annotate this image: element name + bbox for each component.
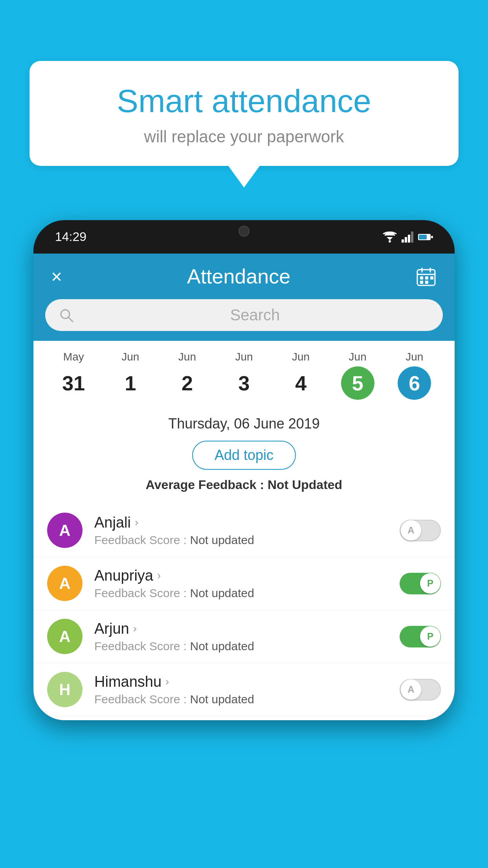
list-item[interactable]: AArjun ›Feedback Score : Not updatedP xyxy=(33,610,455,663)
chevron-icon: › xyxy=(135,516,138,529)
speech-bubble-title: Smart attendance xyxy=(53,83,435,120)
toggle-switch[interactable]: A xyxy=(400,679,441,701)
calendar-month-label: May xyxy=(45,351,102,363)
search-bar[interactable]: Search xyxy=(45,299,443,331)
svg-rect-4 xyxy=(408,235,410,243)
calendar-month-label: Jun xyxy=(159,351,216,363)
student-name: Arjun › xyxy=(94,620,400,637)
toggle-switch[interactable]: A xyxy=(400,520,441,541)
svg-point-1 xyxy=(389,240,391,243)
calendar-date-number[interactable]: 1 xyxy=(114,366,147,400)
student-info: Himanshu ›Feedback Score : Not updated xyxy=(94,673,400,706)
avatar: A xyxy=(47,619,83,654)
app-header: × Attendance xyxy=(33,254,455,299)
calendar-month-label: Jun xyxy=(329,351,386,363)
svg-rect-17 xyxy=(425,281,428,284)
calendar-date-number[interactable]: 5 xyxy=(341,366,374,400)
calendar-month-label: Jun xyxy=(216,351,273,363)
student-list: AAnjali ›Feedback Score : Not updatedAAA… xyxy=(33,500,455,720)
toggle-knob: P xyxy=(420,626,440,647)
chevron-icon: › xyxy=(133,622,137,635)
svg-line-19 xyxy=(68,317,73,322)
list-item[interactable]: AAnupriya ›Feedback Score : Not updatedP xyxy=(33,557,455,610)
avatar: H xyxy=(47,672,83,707)
calendar-date-number[interactable]: 3 xyxy=(227,366,261,400)
student-info: Arjun ›Feedback Score : Not updated xyxy=(94,620,400,653)
phone-notch xyxy=(220,220,268,242)
add-topic-button[interactable]: Add topic xyxy=(192,441,296,470)
svg-rect-14 xyxy=(425,276,428,280)
avatar: A xyxy=(47,566,83,601)
search-icon xyxy=(59,308,74,323)
svg-rect-13 xyxy=(420,276,423,280)
svg-marker-0 xyxy=(387,237,393,240)
student-name: Anupriya › xyxy=(94,567,400,584)
svg-rect-2 xyxy=(402,239,404,243)
student-name: Himanshu › xyxy=(94,673,400,690)
signal-icon xyxy=(402,232,413,243)
chevron-icon: › xyxy=(157,569,161,582)
toggle-knob: P xyxy=(420,573,440,594)
student-feedback-score: Feedback Score : Not updated xyxy=(94,533,400,547)
toggle-switch[interactable]: P xyxy=(400,573,441,594)
selected-date-label: Thursday, 06 June 2019 xyxy=(45,416,443,432)
attendance-toggle[interactable]: A xyxy=(400,679,441,701)
speech-bubble-subtitle: will replace your paperwork xyxy=(53,127,435,146)
speech-bubble-section: Smart attendance will replace your paper… xyxy=(29,61,459,188)
svg-rect-15 xyxy=(430,276,433,280)
calendar-day[interactable]: Jun3 xyxy=(216,351,273,400)
svg-rect-16 xyxy=(420,281,423,284)
calendar-date-number[interactable]: 6 xyxy=(398,366,431,400)
speech-bubble: Smart attendance will replace your paper… xyxy=(29,61,459,166)
search-bar-container: Search xyxy=(33,299,455,341)
student-feedback-score: Feedback Score : Not updated xyxy=(94,693,400,706)
calendar-row: May31Jun1Jun2Jun3Jun4Jun5Jun6 xyxy=(33,341,455,404)
calendar-day[interactable]: May31 xyxy=(45,351,102,400)
calendar-date-number[interactable]: 4 xyxy=(284,366,317,400)
svg-rect-7 xyxy=(431,236,433,238)
student-name: Anjali › xyxy=(94,514,400,531)
student-info: Anjali ›Feedback Score : Not updated xyxy=(94,514,400,547)
wifi-icon xyxy=(383,232,397,243)
search-placeholder: Search xyxy=(81,306,429,324)
calendar-day[interactable]: Jun4 xyxy=(272,351,329,400)
list-item[interactable]: AAnjali ›Feedback Score : Not updatedA xyxy=(33,504,455,557)
student-feedback-score: Feedback Score : Not updated xyxy=(94,587,400,600)
svg-rect-5 xyxy=(411,232,413,243)
selected-date-section: Thursday, 06 June 2019 Add topic Average… xyxy=(33,404,455,500)
front-camera xyxy=(238,226,250,237)
battery-icon xyxy=(418,233,433,241)
status-bar: 14:29 xyxy=(33,220,455,254)
average-feedback: Average Feedback : Not Updated xyxy=(45,478,443,492)
list-item[interactable]: HHimanshu ›Feedback Score : Not updatedA xyxy=(33,663,455,716)
phone-container: 14:29 xyxy=(33,220,455,720)
svg-rect-3 xyxy=(405,237,407,243)
attendance-toggle[interactable]: A xyxy=(400,520,441,541)
student-info: Anupriya ›Feedback Score : Not updated xyxy=(94,567,400,600)
phone-frame: 14:29 xyxy=(33,220,455,720)
header-title: Attendance xyxy=(187,265,290,288)
attendance-toggle[interactable]: P xyxy=(400,573,441,594)
toggle-switch[interactable]: P xyxy=(400,626,441,647)
speech-bubble-tail xyxy=(228,166,260,188)
app-screen: × Attendance xyxy=(33,254,455,720)
status-icons xyxy=(383,232,433,243)
calendar-day[interactable]: Jun1 xyxy=(102,351,159,400)
calendar-date-number[interactable]: 31 xyxy=(57,366,90,400)
chevron-icon: › xyxy=(165,675,169,688)
calendar-month-label: Jun xyxy=(386,351,443,363)
calendar-month-label: Jun xyxy=(272,351,329,363)
toggle-knob: A xyxy=(401,520,421,541)
toggle-knob: A xyxy=(401,679,421,700)
student-feedback-score: Feedback Score : Not updated xyxy=(94,640,400,653)
close-button[interactable]: × xyxy=(51,266,62,287)
calendar-month-label: Jun xyxy=(102,351,159,363)
attendance-toggle[interactable]: P xyxy=(400,626,441,647)
calendar-icon[interactable] xyxy=(415,266,437,287)
status-time: 14:29 xyxy=(55,230,86,244)
calendar-day[interactable]: Jun2 xyxy=(159,351,216,400)
avatar: A xyxy=(47,513,83,548)
calendar-date-number[interactable]: 2 xyxy=(171,366,204,400)
calendar-day[interactable]: Jun5 xyxy=(329,351,386,400)
calendar-day[interactable]: Jun6 xyxy=(386,351,443,400)
